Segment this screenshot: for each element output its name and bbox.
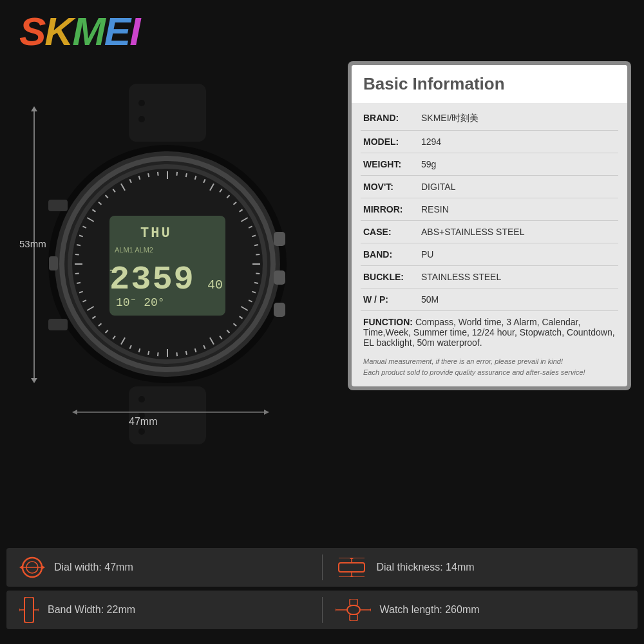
band-width-label: Band Width: 22mm xyxy=(48,604,135,616)
dial-thickness-label: Dial thickness: 14mm xyxy=(377,562,475,573)
svg-marker-87 xyxy=(72,410,77,415)
dial-width-cell: Dial width: 47mm xyxy=(6,554,322,580)
svg-text:ALM1  ALM2: ALM1 ALM2 xyxy=(115,246,153,254)
svg-text:10⁻  20°: 10⁻ 20° xyxy=(116,296,165,309)
svg-marker-88 xyxy=(264,410,269,415)
svg-line-26 xyxy=(254,245,258,245)
dial-thickness-icon xyxy=(336,558,368,577)
svg-rect-0 xyxy=(129,84,206,142)
svg-line-41 xyxy=(186,351,187,355)
info-val-7: STAINLESS STEEL xyxy=(421,272,616,282)
info-row-8: W / P:50M xyxy=(352,291,627,308)
svg-line-72 xyxy=(158,172,158,176)
info-val-0: SKMEI/时刻美 xyxy=(421,113,616,124)
arrow-top xyxy=(31,106,37,111)
info-key-3: MOV'T: xyxy=(363,182,421,192)
logo-letter-e: E xyxy=(104,9,129,53)
info-row-5: CASE:ABS+STAINLESS STEEL xyxy=(352,223,627,240)
svg-marker-106 xyxy=(38,608,39,612)
dial-width-label: Dial width: 47mm xyxy=(54,562,133,573)
svg-rect-85 xyxy=(49,256,58,270)
svg-rect-80 xyxy=(274,232,285,246)
meas-bar-2: Band Width: 22mm Watch length: 260mm xyxy=(6,591,638,629)
info-key-0: BRAND: xyxy=(363,113,421,123)
footer-line1: Manual measurement, if there is an error… xyxy=(363,356,616,367)
footer-line2: Each product sold to provide quality ass… xyxy=(363,367,616,378)
svg-line-56 xyxy=(77,283,80,283)
info-key-6: BAND: xyxy=(363,249,421,260)
info-val-5: ABS+STAINLESS STEEL xyxy=(421,227,616,237)
svg-rect-82 xyxy=(274,303,285,317)
watch-length-icon xyxy=(336,599,371,621)
svg-line-60 xyxy=(77,245,80,245)
svg-point-1 xyxy=(138,100,145,106)
svg-line-14 xyxy=(176,172,177,176)
svg-marker-112 xyxy=(336,608,336,612)
svg-marker-105 xyxy=(19,608,20,612)
svg-rect-102 xyxy=(24,597,33,623)
info-key-7: BUCKLE: xyxy=(363,272,421,282)
info-row-7: BUCKLE:STAINLESS STEEL xyxy=(352,269,627,285)
watch-area: 53mm xyxy=(19,71,335,489)
info-key-8: W / P: xyxy=(363,294,421,305)
svg-rect-95 xyxy=(339,563,365,572)
svg-point-4 xyxy=(138,396,145,402)
info-val-2: 59g xyxy=(421,159,616,169)
svg-text:2359: 2359 xyxy=(109,261,195,299)
svg-line-71 xyxy=(148,173,149,177)
info-panel: Basic Information BRAND:SKMEI/时刻美MODEL:1… xyxy=(348,61,631,390)
svg-rect-83 xyxy=(48,200,68,211)
logo: SKMEI xyxy=(19,12,139,52)
dial-width-icon xyxy=(19,554,45,580)
svg-marker-113 xyxy=(370,608,371,612)
watch-length-cell: Watch length: 260mm xyxy=(323,597,638,623)
info-val-4: RESIN xyxy=(421,204,616,214)
svg-text:40: 40 xyxy=(207,278,223,292)
svg-point-2 xyxy=(138,116,145,122)
svg-line-59 xyxy=(75,254,79,255)
svg-line-44 xyxy=(158,352,158,356)
svg-text:47mm: 47mm xyxy=(129,416,157,427)
svg-marker-94 xyxy=(42,565,45,569)
svg-line-27 xyxy=(256,254,260,255)
svg-rect-81 xyxy=(274,270,285,285)
watch-image: THU ALM1 ALM2 2359 - 40 10⁻ 20° xyxy=(45,84,316,470)
info-row-2: WEIGHT:59g xyxy=(352,156,627,173)
info-row-0: BRAND:SKMEI/时刻美 xyxy=(352,109,627,128)
function-key: FUNCTION: xyxy=(363,317,413,327)
info-val-3: DIGITAL xyxy=(421,182,616,192)
info-row-1: MODEL:1294 xyxy=(352,133,627,150)
info-key-4: MIRROR: xyxy=(363,204,421,214)
svg-text:-: - xyxy=(109,263,113,276)
meas-bar-1: Dial width: 47mm Dial thickness: 14mm xyxy=(6,548,638,587)
info-title-bar: Basic Information xyxy=(352,65,627,103)
logo-letter-m: M xyxy=(72,9,104,53)
svg-line-30 xyxy=(254,283,258,283)
info-val-1: 1294 xyxy=(421,137,616,147)
svg-rect-109 xyxy=(350,614,357,621)
info-footer: Manual measurement, if there is an error… xyxy=(352,351,627,377)
logo-letter-i: I xyxy=(129,9,139,53)
svg-rect-108 xyxy=(350,599,357,605)
svg-text:THU: THU xyxy=(140,225,172,242)
info-val-8: 50M xyxy=(421,294,616,305)
svg-line-15 xyxy=(186,173,187,177)
dim-53mm-label: 53mm xyxy=(19,238,46,249)
svg-marker-93 xyxy=(19,565,23,569)
bottom-bars: Dial width: 47mm Dial thickness: 14mm xyxy=(0,544,644,644)
info-key-1: MODEL: xyxy=(363,137,421,147)
svg-line-29 xyxy=(256,273,260,274)
svg-line-45 xyxy=(148,351,149,355)
svg-line-57 xyxy=(75,273,79,274)
svg-line-42 xyxy=(176,352,177,356)
info-row-6: BAND:PU xyxy=(352,246,627,263)
info-key-2: WEIGHT: xyxy=(363,159,421,169)
info-key-5: CASE: xyxy=(363,227,421,237)
logo-letter-s: S xyxy=(19,9,44,53)
svg-rect-107 xyxy=(347,605,360,614)
svg-point-6 xyxy=(138,428,145,435)
function-row: FUNCTION: Compass, World time, 3 Alarm, … xyxy=(352,314,627,351)
band-width-cell: Band Width: 22mm xyxy=(6,597,322,623)
info-row-4: MIRROR:RESIN xyxy=(352,201,627,218)
svg-rect-84 xyxy=(48,319,68,330)
